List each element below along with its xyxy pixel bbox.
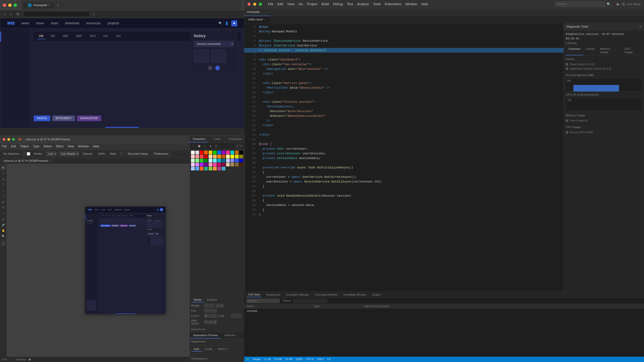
swatch-darkred[interactable] [204,155,208,158]
event-item-insights[interactable]: Application Insights Events (0 of 0) [566,66,642,71]
event-item-show[interactable]: Show Events (0 of 0) [566,62,642,66]
ide-min-dot[interactable] [253,3,256,6]
corner-round-btn[interactable]: ◡ [208,314,212,318]
record-cpu-item[interactable]: Record CPU Profile [566,130,642,135]
cap-round-btn[interactable]: ○ [208,309,212,313]
swatch-amber[interactable] [213,155,217,158]
take-snapshot-item[interactable]: Take Snapshot [566,118,642,123]
nav-search-icon[interactable]: 🔍 [218,21,222,25]
menu-window[interactable]: Window [405,2,417,6]
swatch-darkorange[interactable] [217,155,221,158]
cap-butt-btn[interactable]: | [204,309,208,313]
diag-tab-cpu[interactable]: CPU Usage [622,46,642,55]
swatch-darkpink[interactable] [217,163,221,166]
cs-tab-output[interactable]: Output [371,293,382,297]
corner-bevel-btn[interactable]: ◹ [213,314,217,318]
zoom-tool[interactable]: 🔍 [1,234,6,239]
sw-grid-view[interactable]: ⊞ [239,144,243,148]
weight-up-btn[interactable]: ▲ [216,304,220,308]
efficiency-btn[interactable]: EFFICIENCY [52,115,75,121]
ai-menu-window[interactable]: Window [78,145,89,148]
swatch-lightcyan[interactable] [209,159,212,162]
swatch-violet[interactable] [196,163,199,166]
ai-doc-tab-close[interactable]: × [49,159,51,162]
document-setup-btn[interactable]: Document Setup [126,152,150,156]
swatch-lightpurple[interactable] [191,163,195,166]
swatch-coral[interactable] [200,167,204,170]
minimize-dot[interactable] [8,3,12,7]
swatch-darkteal[interactable] [222,159,226,162]
ide-live-share-btn[interactable]: Live Share [627,2,641,6]
menu-test[interactable]: Test [347,2,353,6]
type-tool[interactable]: T [1,182,6,187]
gradient-tab[interactable]: Gradient [204,298,220,302]
url-input[interactable]: localhost:24334 [23,11,90,17]
line-tool[interactable]: / [1,188,6,193]
swatch-tan[interactable] [226,163,230,166]
swatch-teal[interactable] [217,159,221,162]
swatch-red[interactable] [200,151,204,154]
cap-square-btn[interactable]: □ [213,309,217,313]
nav-projects[interactable]: projects [108,21,119,25]
ai-max-dot[interactable] [12,138,15,141]
menu-help[interactable]: Help [421,2,428,6]
ai-menu-type[interactable]: Type [33,145,40,148]
swatch-green[interactable] [213,151,217,154]
pen-tool[interactable]: ✒ [1,177,6,182]
swatch-hotpink[interactable] [209,163,212,166]
cs-tab-command[interactable]: Command Window [314,293,339,297]
limit-input[interactable]: 10 [231,314,241,318]
menu-analyze[interactable]: Analyze [357,2,369,6]
nav-download[interactable]: download [65,21,79,25]
lib-tab-watch[interactable]: Watch 1 [215,347,230,352]
reload-btn[interactable]: ↻ [15,11,21,17]
nav-store[interactable]: store [51,21,58,25]
ai-close-dot[interactable] [3,138,5,141]
ide-tab-close-icon[interactable]: × [265,18,266,21]
metric-spd[interactable]: SPD [88,33,98,39]
diagnostics-close-btn[interactable]: × [639,25,641,29]
color-tab[interactable]: Color [208,136,226,142]
back-btn[interactable]: ‹ [3,11,7,17]
swatch-maroon[interactable] [222,163,226,166]
menu-view[interactable]: View [287,2,294,6]
swatch-medgreen[interactable] [196,159,199,162]
hand-tool[interactable]: ✋ [1,228,6,233]
ai-menu-file[interactable]: File [2,145,7,148]
brush-tool[interactable]: 🖌 [1,199,6,204]
metric-rr[interactable]: RR [49,33,57,39]
history-card-2[interactable] [211,50,226,63]
diag-tab-events[interactable]: Events [583,46,598,55]
history-select[interactable]: choose parameter [194,41,234,47]
nav-user-icon[interactable]: 👤 [225,21,228,25]
menu-go[interactable]: Go [298,2,303,6]
ai-menu-object[interactable]: Object [20,145,29,148]
menu-file[interactable]: File [268,2,273,6]
bookmark-icon[interactable]: ☆ [92,12,95,16]
stroke-tab[interactable]: Stroke [191,298,204,302]
fill-color-swatch[interactable] [27,152,30,156]
swatch-darkbrown[interactable] [239,163,243,166]
rotate-tool[interactable]: ↻ [1,205,6,210]
diag-tab-summary[interactable]: Summary [566,46,583,55]
swatch-lavender[interactable] [226,159,230,162]
swatch-blue2[interactable] [235,159,239,162]
swatch-plum[interactable] [217,167,221,170]
nav-resources[interactable]: resources [86,21,101,25]
lib-tab-locals[interactable]: Locals [202,347,215,352]
swatch-yellow[interactable] [209,151,212,154]
swatch-khaki[interactable] [230,163,234,166]
swatch-lightyellow[interactable] [226,155,230,158]
cs-tab-immediate[interactable]: Immediate Window [342,293,368,297]
sw-show-kinds-icon[interactable]: ≡ [202,144,207,148]
ide-tab-index[interactable]: index.razor × [244,16,270,23]
history-next-btn[interactable]: › [215,66,220,70]
stroke-color-swatch[interactable] [23,152,26,156]
menu-tools[interactable]: Tools [373,2,381,6]
cs-tab-breakpoints[interactable]: Breakpoints [265,293,282,297]
basics-btn[interactable]: BASICS [34,115,50,121]
align-outside-btn[interactable]: ⊠ [213,320,217,324]
browser-tab-moovpad[interactable]: 🌐 moovpad × [24,2,54,8]
cs-row-1[interactable]: moovpad [244,309,644,313]
metric-sbp[interactable]: SBP [60,33,70,39]
